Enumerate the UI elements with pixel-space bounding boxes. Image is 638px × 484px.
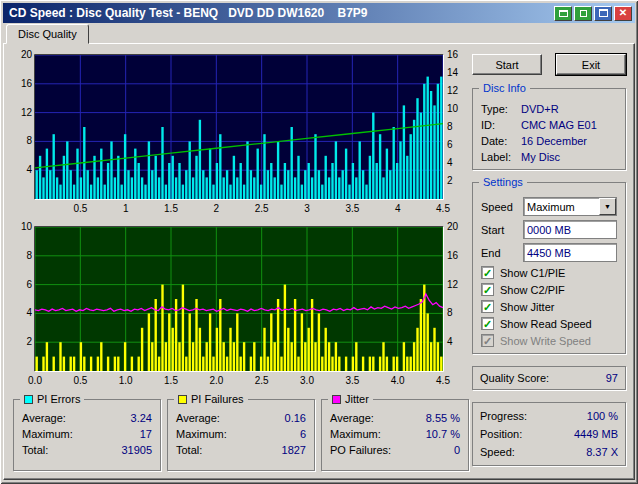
jitter-stats-group: Jitter Average:8.55 % Maximum:10.7 % PO … xyxy=(321,399,469,471)
disc-id-row: ID:CMC MAG E01 xyxy=(479,117,619,133)
stat-row: Total:1827 xyxy=(175,442,307,458)
exit-button[interactable]: Exit xyxy=(556,54,626,75)
svg-text:6: 6 xyxy=(26,279,32,290)
checkbox-box: ✓ xyxy=(481,283,494,296)
speed-row: Speed:8.37 X xyxy=(480,443,618,461)
close-button[interactable]: ✕ xyxy=(614,6,632,21)
svg-text:12: 12 xyxy=(21,107,33,118)
quality-score-panel: Quality Score: 97 xyxy=(472,366,626,390)
svg-text:3.5: 3.5 xyxy=(345,203,359,214)
disc-info-title: Disc Info xyxy=(479,81,530,95)
tab-disc-quality[interactable]: Disc Quality xyxy=(6,24,89,44)
svg-text:0.5: 0.5 xyxy=(73,375,87,386)
jitter-group-title: Jitter xyxy=(328,392,373,406)
pi-failures-title-text: PI Failures xyxy=(191,393,244,405)
checkbox-box: ✓ xyxy=(481,334,494,347)
svg-text:3: 3 xyxy=(304,203,310,214)
jitter-color-swatch xyxy=(332,395,341,404)
svg-text:0.0: 0.0 xyxy=(28,375,42,386)
disc-label-row: Label:My Disc xyxy=(479,149,619,165)
svg-text:2: 2 xyxy=(447,175,453,186)
checkbox-show-write-speed: ✓ Show Write Speed xyxy=(479,332,619,349)
disk-icon xyxy=(580,10,587,17)
pi-errors-color-swatch xyxy=(24,395,33,404)
svg-text:8: 8 xyxy=(447,307,453,318)
svg-text:16: 16 xyxy=(447,49,459,60)
capture-window-button[interactable] xyxy=(554,6,572,21)
dropdown-arrow-icon[interactable]: ▼ xyxy=(599,198,616,215)
start-button[interactable]: Start xyxy=(472,54,542,75)
statistics-row: PI Errors Average:3.24 Maximum:17 Total:… xyxy=(13,399,469,471)
checkbox-box: ✓ xyxy=(481,266,494,279)
svg-text:8: 8 xyxy=(26,250,32,261)
titlebar[interactable]: CD Speed : Disc Quality Test - BENQ DVD … xyxy=(3,3,635,23)
maximize-icon xyxy=(599,9,608,17)
svg-text:20: 20 xyxy=(447,221,459,232)
stat-row: Average:8.55 % xyxy=(329,410,461,426)
titlebar-buttons: ✕ xyxy=(554,6,632,21)
pi-failures-jitter-chart: 246810481216200.00.51.01.52.02.53.03.54.… xyxy=(11,221,469,389)
jitter-title-text: Jitter xyxy=(345,393,369,405)
svg-text:2.5: 2.5 xyxy=(255,375,269,386)
checkbox-show-jitter[interactable]: ✓ Show Jitter xyxy=(479,298,619,315)
checkbox-box: ✓ xyxy=(481,300,494,313)
end-position-row: End xyxy=(479,241,619,264)
svg-text:2.0: 2.0 xyxy=(209,375,223,386)
pi-errors-read-speed-chart: 481216202468101214160.511.522.533.544.5 xyxy=(11,49,469,217)
svg-text:2: 2 xyxy=(26,336,32,347)
svg-text:4: 4 xyxy=(447,336,453,347)
action-buttons: Start Exit xyxy=(472,54,626,75)
window-icon xyxy=(559,10,568,17)
svg-text:1: 1 xyxy=(123,203,129,214)
tab-page: 481216202468101214160.511.522.533.544.5 … xyxy=(3,43,635,480)
svg-text:12: 12 xyxy=(447,85,459,96)
svg-text:8: 8 xyxy=(26,135,32,146)
right-panel: Start Exit Disc Info Type:DVD+R ID:CMC M… xyxy=(472,54,626,466)
svg-text:4: 4 xyxy=(395,203,401,214)
checkbox-show-read-speed[interactable]: ✓ Show Read Speed xyxy=(479,315,619,332)
svg-text:12: 12 xyxy=(447,279,459,290)
start-position-input[interactable] xyxy=(523,220,617,239)
svg-text:4: 4 xyxy=(447,157,453,168)
pi-errors-stats-group: PI Errors Average:3.24 Maximum:17 Total:… xyxy=(13,399,161,471)
svg-text:4.5: 4.5 xyxy=(436,375,450,386)
svg-text:10: 10 xyxy=(447,103,459,114)
svg-text:6: 6 xyxy=(447,139,453,150)
svg-text:1.5: 1.5 xyxy=(164,375,178,386)
checkbox-show-c1-pie[interactable]: ✓ Show C1/PIE xyxy=(479,264,619,281)
svg-text:4: 4 xyxy=(26,164,32,175)
disc-type-row: Type:DVD+R xyxy=(479,101,619,117)
pi-failures-group-title: PI Failures xyxy=(174,392,248,406)
checkbox-show-c2-pif[interactable]: ✓ Show C2/PIF xyxy=(479,281,619,298)
progress-row: Progress:100 % xyxy=(480,407,618,425)
checkbox-box: ✓ xyxy=(481,317,494,330)
stat-row: Maximum:10.7 % xyxy=(329,426,461,442)
window-title: CD Speed : Disc Quality Test - BENQ DVD … xyxy=(9,6,554,20)
maximize-button[interactable] xyxy=(594,6,612,21)
svg-text:16: 16 xyxy=(447,250,459,261)
svg-text:14: 14 xyxy=(447,67,459,78)
speed-select[interactable]: Maximum ▼ xyxy=(523,197,617,216)
speed-row: Speed Maximum ▼ xyxy=(479,195,619,218)
close-icon: ✕ xyxy=(619,8,627,18)
settings-title: Settings xyxy=(479,175,527,189)
svg-text:2.5: 2.5 xyxy=(255,203,269,214)
svg-text:20: 20 xyxy=(21,49,33,60)
pi-failures-stats-group: PI Failures Average:0.16 Maximum:6 Total… xyxy=(167,399,315,471)
disc-date-row: Date:16 December xyxy=(479,133,619,149)
svg-text:4: 4 xyxy=(26,307,32,318)
save-button[interactable] xyxy=(574,6,592,21)
disc-info-group: Disc Info Type:DVD+R ID:CMC MAG E01 Date… xyxy=(472,88,626,170)
svg-text:2: 2 xyxy=(214,203,220,214)
stat-row: Maximum:17 xyxy=(21,426,153,442)
pi-errors-title-text: PI Errors xyxy=(37,393,80,405)
end-position-input[interactable] xyxy=(523,243,617,262)
svg-text:3.0: 3.0 xyxy=(300,375,314,386)
status-panel: Progress:100 % Position:4449 MB Speed:8.… xyxy=(472,402,626,466)
position-row: Position:4449 MB xyxy=(480,425,618,443)
tab-strip: Disc Quality xyxy=(3,24,635,44)
svg-text:1.0: 1.0 xyxy=(119,375,133,386)
stat-row: Average:0.16 xyxy=(175,410,307,426)
app-window: CD Speed : Disc Quality Test - BENQ DVD … xyxy=(0,0,638,484)
svg-text:8: 8 xyxy=(447,121,453,132)
